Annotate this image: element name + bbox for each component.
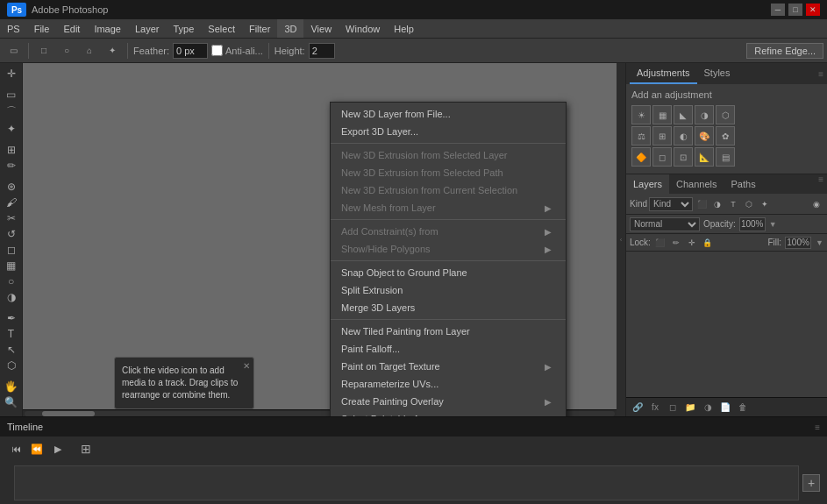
menu-3d[interactable]: 3D	[277, 19, 303, 38]
lock-position-icon[interactable]: ✏	[670, 237, 682, 249]
delete-layer-button[interactable]: 🗑	[735, 400, 751, 415]
menu-item-extrusion-selected-path[interactable]: New 3D Extrusion from Selected Path	[331, 164, 566, 181]
menu-item-show-hide-polygons[interactable]: Show/Hide Polygons ▶	[331, 240, 566, 258]
fx-button[interactable]: fx	[647, 400, 663, 415]
timeline-play-button[interactable]: ▶	[49, 440, 67, 458]
adj-vibrance-icon[interactable]: ⬡	[716, 105, 735, 124]
layers-kind-select[interactable]: Kind	[649, 197, 693, 211]
menu-item-merge-3d-layers[interactable]: Merge 3D Layers	[331, 299, 566, 316]
adj-hsl-icon[interactable]: ⚖	[631, 126, 651, 146]
maximize-button[interactable]: □	[788, 4, 802, 16]
blend-mode-select[interactable]: Normal	[630, 217, 700, 231]
menu-item-paint-on-texture[interactable]: Paint on Target Texture ▶	[331, 358, 566, 375]
tool-move[interactable]: ✛	[2, 67, 21, 81]
menu-item-reparameterize[interactable]: Reparameterize UVs...	[331, 375, 566, 393]
menu-item-add-constraint[interactable]: Add Constraint(s) from ▶	[331, 223, 566, 240]
menu-select[interactable]: Select	[201, 19, 242, 38]
selection-tool-icon[interactable]: ▭	[4, 41, 23, 60]
refine-edge-button[interactable]: Refine Edge...	[746, 43, 823, 59]
menu-edit[interactable]: Edit	[56, 19, 87, 38]
tool-zoom[interactable]: 🔍	[2, 395, 21, 409]
menu-item-mesh-from-layer[interactable]: New Mesh from Layer ▶	[331, 199, 566, 217]
adj-color-balance-icon[interactable]: ⊞	[652, 126, 672, 146]
layer-filter-pixel-icon[interactable]: ⬛	[695, 197, 709, 211]
adj-posterize-icon[interactable]: ⊡	[674, 147, 693, 167]
menu-item-snap-object[interactable]: Snap Object to Ground Plane	[331, 264, 566, 281]
lock-pixels-icon[interactable]: ⬛	[654, 237, 667, 249]
link-layers-button[interactable]: 🔗	[630, 400, 645, 415]
height-input[interactable]	[309, 43, 335, 59]
menu-view[interactable]: View	[303, 19, 339, 38]
layer-filter-toggle[interactable]: ◉	[809, 197, 823, 211]
menu-item-new-tiled-painting[interactable]: New Tiled Painting from Layer	[331, 323, 566, 340]
tool-clone[interactable]: ✂	[2, 211, 21, 225]
adj-brightness-icon[interactable]: ☀	[631, 105, 651, 124]
add-mask-button[interactable]: ◻	[665, 400, 681, 415]
adj-photo-filter-icon[interactable]: 🎨	[695, 126, 714, 146]
tool-marquee[interactable]: ▭	[2, 88, 21, 102]
menu-file[interactable]: File	[27, 19, 57, 38]
menu-type[interactable]: Type	[167, 19, 202, 38]
new-adjustment-button[interactable]: ◑	[700, 400, 716, 415]
timeline-prev-button[interactable]: ⏪	[28, 440, 46, 458]
menu-item-export-3d[interactable]: Export 3D Layer...	[331, 123, 566, 140]
tool-brush[interactable]: 🖌	[2, 195, 21, 209]
opacity-dropdown-arrow[interactable]: ▼	[769, 220, 777, 229]
tool-shape[interactable]: ⬡	[2, 358, 21, 373]
timeline-settings-icon[interactable]: ⊞	[77, 440, 95, 458]
tool-hand[interactable]: 🖐	[2, 380, 21, 394]
fill-dropdown-arrow[interactable]: ▼	[816, 238, 823, 247]
lasso-icon[interactable]: ⌂	[80, 41, 99, 60]
menu-window[interactable]: Window	[339, 19, 387, 38]
adj-bw-icon[interactable]: ◐	[674, 126, 693, 146]
tool-lasso[interactable]: ⌒	[2, 103, 21, 120]
menu-item-extrusion-current-selection[interactable]: New 3D Extrusion from Current Selection	[331, 181, 566, 199]
tool-magic-wand[interactable]: ✦	[2, 122, 21, 136]
lock-all-icon[interactable]: 🔒	[702, 237, 714, 249]
tab-adjustments[interactable]: Adjustments	[630, 63, 697, 84]
tab-channels[interactable]: Channels	[669, 174, 724, 194]
new-layer-button[interactable]: 📄	[717, 400, 733, 415]
tool-path-select[interactable]: ↖	[2, 343, 21, 357]
tool-blur[interactable]: ○	[2, 274, 21, 288]
menu-image[interactable]: Image	[87, 19, 128, 38]
adj-gradient-map-icon[interactable]: ▤	[716, 147, 735, 167]
canvas-area[interactable]: New 3D Layer from File... Export 3D Laye…	[23, 63, 617, 409]
layer-filter-type-icon[interactable]: T	[726, 197, 740, 211]
menu-item-split-extrusion[interactable]: Split Extrusion	[331, 281, 566, 299]
adj-channel-mixer-icon[interactable]: ✿	[716, 126, 735, 146]
scrollbar-thumb-h[interactable]	[42, 411, 95, 416]
adj-color-lookup-icon[interactable]: 🔶	[631, 147, 651, 167]
menu-item-paint-falloff[interactable]: Paint Falloff...	[331, 340, 566, 358]
anti-alias-checkbox[interactable]	[211, 45, 223, 56]
tool-crop[interactable]: ⊞	[2, 143, 21, 157]
adj-levels-icon[interactable]: ▦	[652, 105, 672, 124]
feather-input[interactable]	[173, 43, 208, 59]
opacity-input[interactable]	[739, 217, 766, 231]
timeline-track[interactable]	[14, 465, 799, 500]
tool-spot-heal[interactable]: ⊛	[2, 180, 21, 194]
magic-icon[interactable]: ✦	[103, 41, 122, 60]
tool-eraser[interactable]: ◻	[2, 243, 21, 257]
menu-filter[interactable]: Filter	[242, 19, 277, 38]
menu-layer[interactable]: Layer	[128, 19, 167, 38]
tab-paths[interactable]: Paths	[724, 174, 763, 194]
layer-filter-smart-icon[interactable]: ✦	[758, 197, 772, 211]
tool-pen[interactable]: ✒	[2, 311, 21, 325]
adj-threshold-icon[interactable]: 📐	[695, 147, 714, 167]
menu-ps[interactable]: PS	[0, 19, 27, 38]
new-group-button[interactable]: 📁	[682, 400, 698, 415]
timeline-options[interactable]: ≡	[815, 422, 820, 432]
tool-history-brush[interactable]: ↺	[2, 227, 21, 241]
menu-item-create-painting-overlay[interactable]: Create Painting Overlay ▶	[331, 393, 566, 410]
tool-eyedropper[interactable]: ✏	[2, 159, 21, 173]
adj-exposure-icon[interactable]: ◑	[695, 105, 714, 124]
menu-item-new-3d-from-file[interactable]: New 3D Layer from File...	[331, 105, 566, 123]
panel-collapse-strip[interactable]: ‹	[617, 63, 625, 416]
menu-item-extrusion-selected-layer[interactable]: New 3D Extrusion from Selected Layer	[331, 146, 566, 164]
layers-panel-options[interactable]: ≡	[815, 174, 827, 194]
lock-move-icon[interactable]: ✛	[686, 237, 698, 249]
layer-filter-shape-icon[interactable]: ⬡	[742, 197, 756, 211]
menu-item-select-paintable[interactable]: Select Paintable Areas	[331, 410, 566, 416]
timeline-add-button[interactable]: +	[802, 474, 820, 492]
